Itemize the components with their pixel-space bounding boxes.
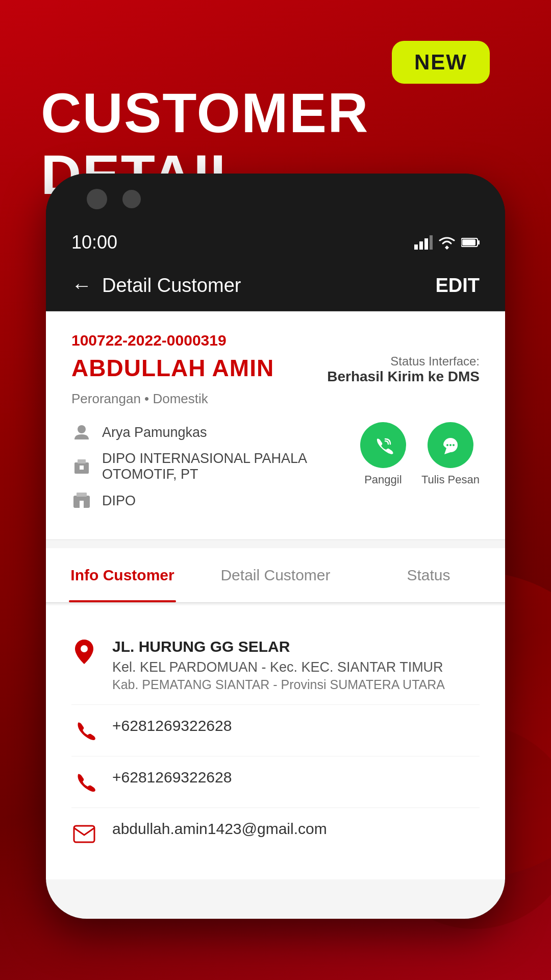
battery-icon [461, 237, 480, 248]
customer-name: ABDULLAH AMIN [71, 354, 274, 382]
app-header: ← Detail Customer EDIT [46, 260, 505, 311]
agent-name: Arya Pamungkas [102, 425, 207, 440]
message-label: Tulis Pesan [421, 473, 480, 486]
agent-icon [71, 422, 92, 443]
address-kel: Kel. KEL PARDOMUAN - Kec. KEC. SIANTAR T… [112, 659, 480, 675]
svg-rect-6 [462, 239, 475, 246]
svg-rect-2 [424, 238, 428, 250]
phone-top-bar [46, 174, 505, 225]
message-button[interactable]: Tulis Pesan [421, 422, 480, 486]
svg-rect-1 [419, 241, 423, 250]
agent-row: Arya Pamungkas [71, 422, 360, 443]
company-icon [71, 456, 92, 477]
status-icons [414, 235, 480, 250]
phone1-content: +6281269322628 [112, 717, 480, 734]
branch-name: DIPO [102, 493, 136, 509]
info-section: JL. HURUNG GG SELAR Kel. KEL PARDOMUAN -… [46, 605, 505, 879]
email-icon [71, 821, 97, 847]
svg-point-18 [81, 645, 88, 652]
address-street: JL. HURUNG GG SELAR [112, 638, 480, 655]
phone2-content: +6281269322628 [112, 769, 480, 786]
phone1-number: +6281269322628 [112, 717, 480, 734]
svg-rect-19 [74, 826, 94, 842]
status-time: 10:00 [71, 232, 117, 253]
phone-camera [87, 189, 107, 209]
svg-point-17 [453, 444, 455, 446]
tab-info-customer[interactable]: Info Customer [46, 548, 199, 602]
phone2-icon [71, 770, 97, 795]
svg-point-15 [446, 444, 448, 446]
customer-card: 100722-2022-0000319 ABDULLAH AMIN Status… [46, 311, 505, 540]
svg-rect-0 [414, 244, 418, 250]
email-row: abdullah.amin1423@gmail.com [71, 808, 480, 859]
message-icon-circle [428, 422, 473, 468]
call-icon-circle [360, 422, 406, 468]
address-kab: Kab. PEMATANG SIANTAR - Provinsi SUMATER… [112, 677, 480, 692]
header-title: Detail Customer [102, 275, 241, 297]
phone1-icon [71, 718, 97, 744]
phone-mockup: 10:00 ← De [46, 174, 505, 919]
action-buttons: Panggil Tulis Pesan [360, 422, 480, 486]
phone2-number: +6281269322628 [112, 769, 480, 786]
location-icon [71, 639, 97, 665]
svg-rect-5 [478, 240, 480, 244]
svg-rect-10 [80, 465, 84, 470]
tabs-container: Info Customer Detail Customer Status [46, 548, 505, 603]
customer-info-actions: Arya Pamungkas DIPO INTERNASIONAL PAHALA… [71, 422, 480, 519]
customer-header-row: ABDULLAH AMIN Status Interface: Berhasil… [71, 354, 480, 385]
email-content: abdullah.amin1423@gmail.com [112, 820, 480, 838]
status-label: Status Interface: [327, 354, 480, 369]
tab-status[interactable]: Status [352, 548, 505, 602]
phone2-row: +6281269322628 [71, 756, 480, 808]
content-area: 100722-2022-0000319 ABDULLAH AMIN Status… [46, 311, 505, 919]
svg-rect-12 [77, 493, 87, 497]
email-address: abdullah.amin1423@gmail.com [112, 820, 480, 838]
customer-type: Perorangan • Domestik [71, 391, 480, 407]
tab-detail-customer[interactable]: Detail Customer [199, 548, 352, 602]
signal-icon [414, 235, 433, 250]
call-button[interactable]: Panggil [360, 422, 406, 486]
call-label: Panggil [364, 473, 402, 486]
phone-sensor [122, 190, 141, 208]
customer-info-details: Arya Pamungkas DIPO INTERNASIONAL PAHALA… [71, 422, 360, 519]
header-left: ← Detail Customer [71, 274, 241, 297]
svg-rect-3 [430, 235, 433, 250]
wifi-icon [438, 235, 456, 250]
branch-icon [71, 491, 92, 511]
edit-button[interactable]: EDIT [435, 275, 480, 297]
address-row: JL. HURUNG GG SELAR Kel. KEL PARDOMUAN -… [71, 626, 480, 705]
status-bar: 10:00 [46, 225, 505, 260]
new-badge: NEW [392, 41, 490, 84]
svg-point-7 [78, 425, 86, 433]
company-row: DIPO INTERNASIONAL PAHALA OTOMOTIF, PT [71, 451, 360, 482]
phone1-row: +6281269322628 [71, 705, 480, 756]
back-button[interactable]: ← [71, 274, 92, 297]
status-interface: Status Interface: Berhasil Kirim ke DMS [327, 354, 480, 385]
branch-row: DIPO [71, 491, 360, 511]
company-name: DIPO INTERNASIONAL PAHALA OTOMOTIF, PT [102, 451, 360, 482]
svg-rect-13 [80, 501, 84, 508]
svg-rect-9 [78, 459, 86, 463]
customer-id: 100722-2022-0000319 [71, 332, 480, 349]
status-value: Berhasil Kirim ke DMS [327, 369, 480, 385]
svg-point-16 [449, 444, 452, 446]
address-content: JL. HURUNG GG SELAR Kel. KEL PARDOMUAN -… [112, 638, 480, 692]
